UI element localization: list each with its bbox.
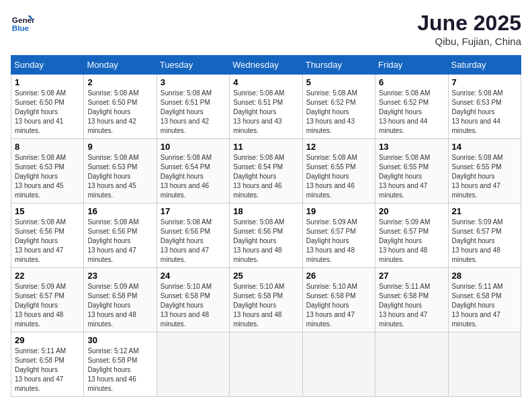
calendar-day-29: 29 Sunrise: 5:11 AM Sunset: 6:58 PM Dayl…	[11, 332, 84, 397]
day-number: 5	[306, 77, 371, 87]
calendar-empty-cell	[375, 332, 448, 397]
day-number: 18	[233, 206, 298, 216]
day-number: 16	[87, 206, 152, 216]
day-info: Sunrise: 5:09 AM Sunset: 6:57 PM Dayligh…	[15, 282, 80, 329]
weekday-header-row: Sunday Monday Tuesday Wednesday Thursday…	[11, 56, 521, 75]
day-info: Sunrise: 5:10 AM Sunset: 6:58 PM Dayligh…	[306, 282, 371, 329]
location: Qibu, Fujian, China	[417, 36, 521, 47]
day-info: Sunrise: 5:08 AM Sunset: 6:50 PM Dayligh…	[87, 89, 152, 136]
svg-text:Blue: Blue	[12, 24, 30, 32]
calendar-day-19: 19 Sunrise: 5:09 AM Sunset: 6:57 PM Dayl…	[302, 203, 375, 268]
day-number: 1	[15, 77, 80, 87]
header-saturday: Saturday	[448, 56, 521, 75]
day-info: Sunrise: 5:10 AM Sunset: 6:58 PM Dayligh…	[161, 282, 226, 329]
day-number: 17	[161, 206, 226, 216]
calendar-day-1: 1 Sunrise: 5:08 AM Sunset: 6:50 PM Dayli…	[11, 75, 84, 139]
calendar-table: Sunday Monday Tuesday Wednesday Thursday…	[11, 55, 521, 397]
day-info: Sunrise: 5:08 AM Sunset: 6:53 PM Dayligh…	[15, 153, 80, 200]
calendar-empty-cell	[448, 332, 521, 397]
header-friday: Friday	[375, 56, 448, 75]
day-info: Sunrise: 5:10 AM Sunset: 6:58 PM Dayligh…	[233, 282, 298, 329]
day-info: Sunrise: 5:08 AM Sunset: 6:51 PM Dayligh…	[233, 89, 298, 136]
day-number: 11	[233, 142, 298, 152]
calendar-day-22: 22 Sunrise: 5:09 AM Sunset: 6:57 PM Dayl…	[11, 268, 84, 332]
day-info: Sunrise: 5:08 AM Sunset: 6:54 PM Dayligh…	[233, 153, 298, 200]
day-number: 15	[15, 206, 80, 216]
day-info: Sunrise: 5:08 AM Sunset: 6:54 PM Dayligh…	[161, 153, 226, 200]
day-info: Sunrise: 5:08 AM Sunset: 6:56 PM Dayligh…	[161, 218, 226, 265]
day-number: 8	[15, 142, 80, 152]
day-number: 30	[87, 335, 152, 345]
calendar-day-7: 7 Sunrise: 5:08 AM Sunset: 6:53 PM Dayli…	[448, 75, 521, 139]
header-tuesday: Tuesday	[157, 56, 229, 75]
title-area: June 2025 Qibu, Fujian, China	[417, 11, 521, 47]
day-number: 28	[452, 271, 517, 281]
calendar-day-4: 4 Sunrise: 5:08 AM Sunset: 6:51 PM Dayli…	[230, 75, 302, 139]
day-info: Sunrise: 5:08 AM Sunset: 6:50 PM Dayligh…	[15, 89, 80, 136]
header-wednesday: Wednesday	[230, 56, 302, 75]
day-number: 23	[87, 271, 152, 281]
day-number: 25	[233, 271, 298, 281]
calendar-day-12: 12 Sunrise: 5:08 AM Sunset: 6:55 PM Dayl…	[302, 139, 375, 203]
day-number: 20	[379, 206, 444, 216]
day-info: Sunrise: 5:08 AM Sunset: 6:55 PM Dayligh…	[379, 153, 444, 200]
day-info: Sunrise: 5:08 AM Sunset: 6:51 PM Dayligh…	[161, 89, 226, 136]
logo: General Blue	[11, 11, 35, 35]
logo-icon: General Blue	[11, 11, 35, 35]
day-number: 29	[15, 335, 80, 345]
day-info: Sunrise: 5:08 AM Sunset: 6:56 PM Dayligh…	[15, 218, 80, 265]
calendar-empty-cell	[230, 332, 302, 397]
calendar-day-23: 23 Sunrise: 5:09 AM Sunset: 6:58 PM Dayl…	[84, 268, 157, 332]
day-number: 26	[306, 271, 371, 281]
day-number: 14	[452, 142, 517, 152]
calendar-day-3: 3 Sunrise: 5:08 AM Sunset: 6:51 PM Dayli…	[157, 75, 229, 139]
day-number: 7	[452, 77, 517, 87]
calendar-day-9: 9 Sunrise: 5:08 AM Sunset: 6:53 PM Dayli…	[84, 139, 157, 203]
header-monday: Monday	[84, 56, 157, 75]
day-number: 13	[379, 142, 444, 152]
calendar-day-26: 26 Sunrise: 5:10 AM Sunset: 6:58 PM Dayl…	[302, 268, 375, 332]
day-info: Sunrise: 5:11 AM Sunset: 6:58 PM Dayligh…	[452, 282, 517, 329]
day-info: Sunrise: 5:08 AM Sunset: 6:52 PM Dayligh…	[306, 89, 371, 136]
calendar-day-28: 28 Sunrise: 5:11 AM Sunset: 6:58 PM Dayl…	[448, 268, 521, 332]
day-info: Sunrise: 5:09 AM Sunset: 6:57 PM Dayligh…	[306, 218, 371, 265]
calendar-day-25: 25 Sunrise: 5:10 AM Sunset: 6:58 PM Dayl…	[230, 268, 302, 332]
page-header: General Blue June 2025 Qibu, Fujian, Chi…	[11, 11, 521, 47]
header-sunday: Sunday	[11, 56, 84, 75]
calendar-day-24: 24 Sunrise: 5:10 AM Sunset: 6:58 PM Dayl…	[157, 268, 229, 332]
day-info: Sunrise: 5:08 AM Sunset: 6:56 PM Dayligh…	[233, 218, 298, 265]
calendar-week-row: 15 Sunrise: 5:08 AM Sunset: 6:56 PM Dayl…	[11, 203, 521, 268]
day-info: Sunrise: 5:09 AM Sunset: 6:57 PM Dayligh…	[379, 218, 444, 265]
calendar-day-5: 5 Sunrise: 5:08 AM Sunset: 6:52 PM Dayli…	[302, 75, 375, 139]
day-number: 6	[379, 77, 444, 87]
day-number: 4	[233, 77, 298, 87]
day-info: Sunrise: 5:11 AM Sunset: 6:58 PM Dayligh…	[379, 282, 444, 329]
day-info: Sunrise: 5:09 AM Sunset: 6:58 PM Dayligh…	[87, 282, 152, 329]
calendar-day-10: 10 Sunrise: 5:08 AM Sunset: 6:54 PM Dayl…	[157, 139, 229, 203]
day-number: 9	[87, 142, 152, 152]
calendar-day-13: 13 Sunrise: 5:08 AM Sunset: 6:55 PM Dayl…	[375, 139, 448, 203]
day-number: 2	[87, 77, 152, 87]
calendar-week-row: 1 Sunrise: 5:08 AM Sunset: 6:50 PM Dayli…	[11, 75, 521, 139]
day-info: Sunrise: 5:08 AM Sunset: 6:55 PM Dayligh…	[452, 153, 517, 200]
calendar-day-27: 27 Sunrise: 5:11 AM Sunset: 6:58 PM Dayl…	[375, 268, 448, 332]
calendar-day-15: 15 Sunrise: 5:08 AM Sunset: 6:56 PM Dayl…	[11, 203, 84, 268]
calendar-day-18: 18 Sunrise: 5:08 AM Sunset: 6:56 PM Dayl…	[230, 203, 302, 268]
day-number: 27	[379, 271, 444, 281]
calendar-day-17: 17 Sunrise: 5:08 AM Sunset: 6:56 PM Dayl…	[157, 203, 229, 268]
day-number: 24	[161, 271, 226, 281]
calendar-day-6: 6 Sunrise: 5:08 AM Sunset: 6:52 PM Dayli…	[375, 75, 448, 139]
calendar-day-8: 8 Sunrise: 5:08 AM Sunset: 6:53 PM Dayli…	[11, 139, 84, 203]
day-number: 21	[452, 206, 517, 216]
day-number: 3	[161, 77, 226, 87]
calendar-empty-cell	[302, 332, 375, 397]
calendar-week-row: 8 Sunrise: 5:08 AM Sunset: 6:53 PM Dayli…	[11, 139, 521, 203]
day-number: 10	[161, 142, 226, 152]
calendar-week-row: 22 Sunrise: 5:09 AM Sunset: 6:57 PM Dayl…	[11, 268, 521, 332]
calendar-day-20: 20 Sunrise: 5:09 AM Sunset: 6:57 PM Dayl…	[375, 203, 448, 268]
day-info: Sunrise: 5:09 AM Sunset: 6:57 PM Dayligh…	[452, 218, 517, 265]
month-title: June 2025	[417, 11, 521, 36]
calendar-empty-cell	[157, 332, 229, 397]
calendar-day-11: 11 Sunrise: 5:08 AM Sunset: 6:54 PM Dayl…	[230, 139, 302, 203]
day-number: 12	[306, 142, 371, 152]
